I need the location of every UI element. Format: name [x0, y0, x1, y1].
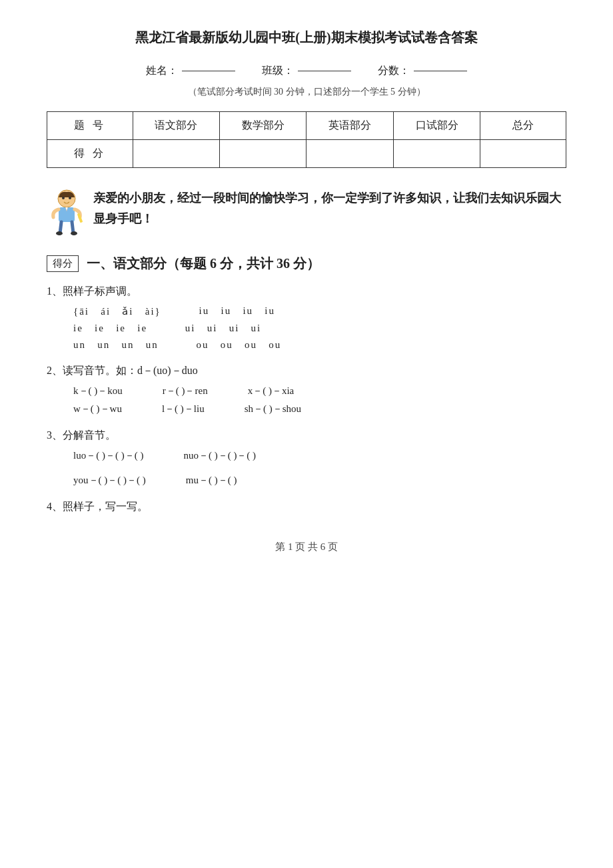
- score-table-row-2: 得 分: [47, 140, 566, 168]
- svg-rect-4: [77, 213, 83, 223]
- q2-item-w: w－( )－wu: [73, 403, 122, 415]
- q2-row2: w－( )－wu l－( )－liu sh－( )－shou: [47, 403, 566, 415]
- svg-point-1: [62, 197, 65, 199]
- q2-item-l: l－( )－liu: [162, 403, 205, 415]
- score-table-cell-22: [133, 140, 219, 168]
- score-table-cell-21: 得 分: [47, 140, 133, 168]
- name-field: 姓名：: [146, 64, 235, 78]
- score-table-cell-14: 英语部分: [306, 112, 393, 140]
- class-label: 班级：: [262, 64, 294, 78]
- q4-title: 4、照样子，写一写。: [47, 500, 566, 514]
- question-1: 1、照样子标声调。 {āi ái ǎi ài} iu iu iu iu ie i…: [47, 285, 566, 351]
- q3-row1: luo－( )－( )－( ) nuo－( )－( )－( ): [47, 449, 566, 462]
- score-table-cell-13: 数学部分: [220, 112, 306, 140]
- q1-row3: un un un un ou ou ou ou: [47, 339, 566, 351]
- score-table-cell-24: [306, 140, 393, 168]
- section1-title: 一、语文部分（每题 6 分，共计 36 分）: [87, 255, 320, 273]
- q2-title: 2、读写音节。如：d－(uo)－duo: [47, 364, 566, 378]
- mascot-icon: [47, 188, 87, 241]
- q3-item-you: you－( )－( )－( ): [73, 474, 146, 487]
- class-underline: [298, 71, 351, 71]
- defen-box: 得分: [47, 255, 79, 272]
- svg-point-5: [56, 231, 63, 235]
- class-field: 班级：: [262, 64, 351, 78]
- name-underline: [182, 71, 235, 71]
- intro-text: 亲爱的小朋友，经过一段时间的愉快学习，你一定学到了许多知识，让我们去知识乐园大显…: [93, 188, 566, 229]
- q1-row3-group1: un un un un: [73, 339, 159, 351]
- q3-item-nuo: nuo－( )－( )－( ): [183, 449, 256, 462]
- q1-row3-group2: ou ou ou ou: [177, 339, 282, 351]
- intro-section: 亲爱的小朋友，经过一段时间的愉快学习，你一定学到了许多知识，让我们去知识乐园大显…: [47, 188, 566, 241]
- page-title: 黑龙江省最新版幼儿园中班(上册)期末模拟考试试卷含答案: [47, 27, 566, 48]
- question-2: 2、读写音节。如：d－(uo)－duo k－( )－kou r－( )－ren …: [47, 364, 566, 415]
- score-table-cell-11: 题 号: [47, 112, 133, 140]
- q2-item-x: x－( )－xia: [248, 385, 295, 397]
- question-3: 3、分解音节。 luo－( )－( )－( ) nuo－( )－( )－( ) …: [47, 429, 566, 487]
- q2-item-sh: sh－( )－shou: [245, 403, 301, 415]
- svg-point-2: [69, 197, 71, 199]
- score-table: 题 号 语文部分 数学部分 英语部分 口试部分 总分 得 分: [47, 111, 566, 168]
- score-table-cell-12: 语文部分: [133, 112, 219, 140]
- score-table-cell-15: 口试部分: [393, 112, 480, 140]
- score-table-cell-16: 总分: [480, 112, 566, 140]
- score-table-cell-26: [480, 140, 566, 168]
- score-label: 分数：: [378, 64, 410, 78]
- exam-note: （笔试部分考试时间 30 分钟，口述部分一个学生 5 分钟）: [47, 86, 566, 98]
- q1-row1: {āi ái ǎi ài} iu iu iu iu: [47, 305, 566, 317]
- score-table-cell-25: [393, 140, 480, 168]
- q3-row2: you－( )－( )－( ) mu－( )－( ): [47, 474, 566, 487]
- q2-row1: k－( )－kou r－( )－ren x－( )－xia: [47, 385, 566, 397]
- student-info: 姓名： 班级： 分数：: [47, 64, 566, 78]
- score-table-row-1: 题 号 语文部分 数学部分 英语部分 口试部分 总分: [47, 112, 566, 140]
- section1-header: 得分 一、语文部分（每题 6 分，共计 36 分）: [47, 255, 566, 273]
- q3-title: 3、分解音节。: [47, 429, 566, 443]
- q3-item-luo: luo－( )－( )－( ): [73, 449, 143, 462]
- q1-title: 1、照样子标声调。: [47, 285, 566, 299]
- score-field: 分数：: [378, 64, 467, 78]
- q1-row2-group1: ie ie ie ie: [73, 323, 147, 334]
- question-4: 4、照样子，写一写。: [47, 500, 566, 514]
- q3-item-mu: mu－( )－( ): [186, 474, 237, 487]
- q1-row2: ie ie ie ie ui ui ui ui: [47, 323, 566, 334]
- score-underline: [414, 71, 467, 71]
- svg-point-6: [71, 231, 77, 235]
- q2-item-r: r－( )－ren: [163, 385, 208, 397]
- q1-row1-group2: iu iu iu iu: [180, 305, 275, 317]
- q2-item-k: k－( )－kou: [73, 385, 123, 397]
- page-footer: 第 1 页 共 6 页: [47, 541, 566, 553]
- q1-row2-group2: ui ui ui ui: [166, 323, 261, 334]
- name-label: 姓名：: [146, 64, 178, 78]
- q1-row1-group1: {āi ái ǎi ài}: [73, 305, 161, 317]
- score-table-cell-23: [220, 140, 306, 168]
